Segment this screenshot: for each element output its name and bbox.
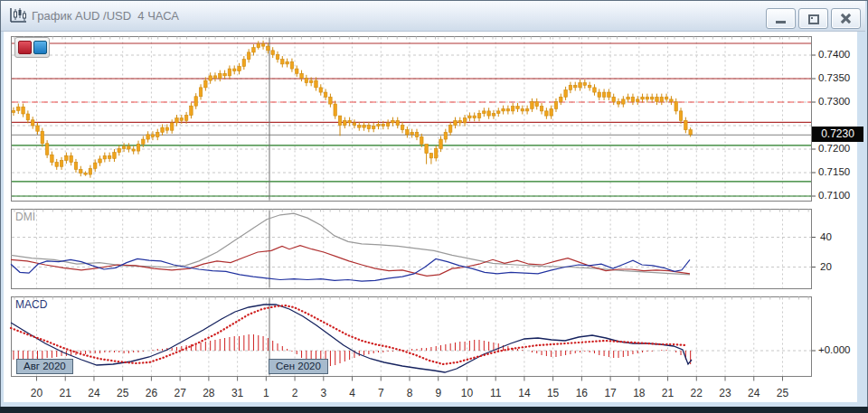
minimize-button[interactable] [766, 8, 796, 29]
current-price-badge: 0.7230 [812, 127, 863, 142]
chart-mini-toolbar [14, 37, 50, 58]
chart-canvas[interactable] [0, 0, 868, 413]
blue-marker-button[interactable] [33, 41, 47, 54]
restore-button[interactable] [798, 8, 828, 29]
window-title: График AUD /USD 4 ЧАСА [32, 9, 179, 23]
title-bar[interactable]: График AUD /USD 4 ЧАСА [1, 1, 865, 32]
minimize-icon [776, 21, 786, 23]
chart-window: { "window": { "title": "График AUD /USD … [0, 0, 868, 413]
candlestick-chart-icon [9, 7, 27, 23]
red-marker-button[interactable] [18, 41, 32, 54]
close-button[interactable] [831, 8, 861, 29]
restore-icon [808, 14, 819, 24]
dmi-panel-label: DMI [15, 211, 35, 223]
month-label-aug: Авг 2020 [16, 359, 73, 374]
window-bottom-edge [0, 407, 868, 413]
month-label-sep: Сен 2020 [269, 359, 328, 374]
macd-panel-label: MACD [15, 298, 47, 311]
